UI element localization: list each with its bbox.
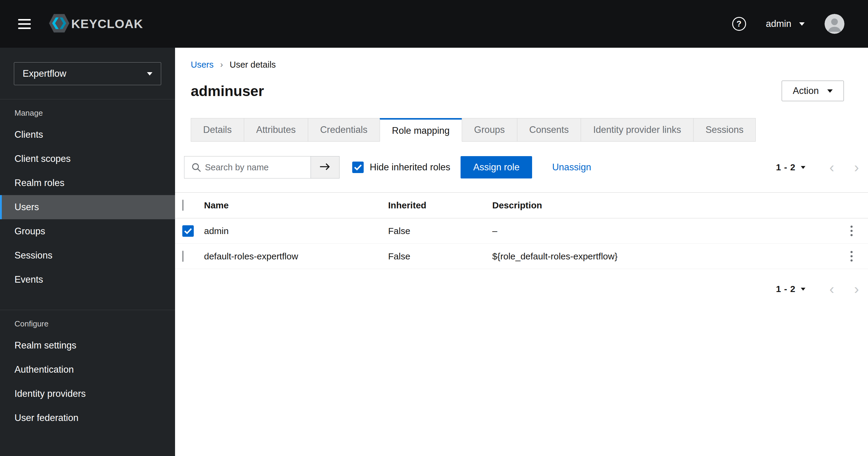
cell-inherited: False bbox=[388, 251, 492, 261]
column-header-inherited: Inherited bbox=[388, 200, 492, 210]
kebab-menu-icon[interactable] bbox=[845, 226, 858, 236]
hamburger-menu-icon[interactable] bbox=[18, 19, 31, 29]
chevron-down-icon bbox=[801, 287, 805, 290]
sidebar-item-users[interactable]: Users bbox=[0, 195, 175, 219]
tab-bar: Details Attributes Credentials Role mapp… bbox=[191, 118, 868, 142]
role-mapping-toolbar: Hide inherited roles Assign role Unassig… bbox=[184, 156, 859, 178]
breadcrumb-users-link[interactable]: Users bbox=[191, 60, 214, 70]
pagination-next-button[interactable]: › bbox=[854, 160, 859, 175]
sidebar-item-realm-settings[interactable]: Realm settings bbox=[0, 333, 175, 358]
arrow-right-icon bbox=[319, 162, 331, 172]
column-header-name: Name bbox=[204, 200, 388, 210]
pagination-dropdown[interactable]: 1 - 2 bbox=[776, 284, 806, 294]
tab-identity-provider-links[interactable]: Identity provider links bbox=[581, 118, 693, 142]
cell-name: admin bbox=[204, 226, 388, 236]
assign-role-button[interactable]: Assign role bbox=[461, 156, 532, 178]
sidebar-item-clients[interactable]: Clients bbox=[0, 123, 175, 147]
sidebar-item-groups[interactable]: Groups bbox=[0, 219, 175, 244]
tab-sessions[interactable]: Sessions bbox=[693, 118, 756, 142]
chevron-down-icon bbox=[147, 72, 152, 76]
table-header-row: Name Inherited Description bbox=[175, 192, 868, 218]
breadcrumb-current: User details bbox=[230, 60, 276, 70]
manage-section-label: Manage bbox=[0, 99, 175, 123]
pagination-next-button[interactable]: › bbox=[854, 282, 859, 296]
top-pagination: 1 - 2 ‹ › bbox=[776, 160, 859, 175]
configure-section-label: Configure bbox=[0, 310, 175, 333]
tab-details[interactable]: Details bbox=[191, 118, 244, 142]
chevron-down-icon bbox=[799, 22, 805, 26]
pagination-prev-button[interactable]: ‹ bbox=[829, 160, 834, 175]
keycloak-logo: KEYCLOAK bbox=[48, 13, 143, 34]
hide-inherited-label: Hide inherited roles bbox=[370, 162, 450, 173]
tab-attributes[interactable]: Attributes bbox=[244, 118, 308, 142]
cell-description: ${role_default-roles-expertflow} bbox=[492, 251, 835, 261]
select-all-checkbox[interactable] bbox=[182, 200, 184, 211]
chevron-down-icon bbox=[827, 89, 833, 93]
sidebar-item-user-federation[interactable]: User federation bbox=[0, 406, 175, 430]
avatar[interactable] bbox=[825, 14, 844, 34]
cell-description: – bbox=[492, 226, 835, 236]
keycloak-admin-console: KEYCLOAK ? admin Expertflow bbox=[0, 0, 868, 456]
table-row: admin False – bbox=[175, 218, 868, 244]
pagination-dropdown[interactable]: 1 - 2 bbox=[776, 162, 806, 172]
page-title: adminuser bbox=[191, 83, 264, 99]
sidebar-item-identity-providers[interactable]: Identity providers bbox=[0, 382, 175, 406]
masthead: KEYCLOAK ? admin bbox=[0, 0, 868, 48]
hide-inherited-checkbox[interactable] bbox=[352, 162, 364, 173]
search-icon bbox=[191, 163, 201, 174]
row-checkbox[interactable] bbox=[182, 251, 184, 262]
cell-inherited: False bbox=[388, 226, 492, 236]
pagination-prev-button[interactable]: ‹ bbox=[829, 282, 834, 296]
row-checkbox[interactable] bbox=[182, 225, 194, 237]
cell-name: default-roles-expertflow bbox=[204, 251, 388, 261]
realm-name: Expertflow bbox=[23, 68, 66, 79]
brand-title: KEYCLOAK bbox=[71, 17, 143, 31]
sidebar-item-client-scopes[interactable]: Client scopes bbox=[0, 147, 175, 171]
bottom-pagination: 1 - 2 ‹ › bbox=[776, 282, 859, 296]
sidebar-item-authentication[interactable]: Authentication bbox=[0, 358, 175, 382]
sidebar-item-sessions[interactable]: Sessions bbox=[0, 244, 175, 267]
chevron-right-icon: › bbox=[220, 60, 223, 69]
breadcrumb: Users › User details bbox=[175, 60, 868, 70]
tab-consents[interactable]: Consents bbox=[517, 118, 581, 142]
table-row: default-roles-expertflow False ${role_de… bbox=[175, 244, 868, 269]
main-content: Users › User details adminuser Action De… bbox=[175, 48, 868, 456]
chevron-down-icon bbox=[801, 166, 805, 169]
username-label: admin bbox=[766, 19, 791, 29]
unassign-link[interactable]: Unassign bbox=[552, 162, 591, 173]
kebab-menu-icon[interactable] bbox=[845, 251, 858, 261]
tab-groups[interactable]: Groups bbox=[462, 118, 517, 142]
tab-role-mapping[interactable]: Role mapping bbox=[380, 118, 462, 142]
user-menu-dropdown[interactable]: admin bbox=[766, 19, 805, 29]
column-header-description: Description bbox=[492, 200, 835, 210]
search-input[interactable] bbox=[184, 156, 311, 178]
realm-selector[interactable]: Expertflow bbox=[14, 62, 161, 85]
role-mapping-table: Name Inherited Description admin False – bbox=[175, 192, 868, 269]
sidebar: Expertflow Manage Clients Client scopes … bbox=[0, 48, 175, 456]
search-submit-button[interactable] bbox=[311, 156, 340, 178]
help-icon[interactable]: ? bbox=[732, 17, 746, 31]
tab-credentials[interactable]: Credentials bbox=[308, 118, 380, 142]
action-dropdown-button[interactable]: Action bbox=[782, 81, 844, 101]
sidebar-item-events[interactable]: Events bbox=[0, 267, 175, 292]
sidebar-item-realm-roles[interactable]: Realm roles bbox=[0, 171, 175, 195]
keycloak-logo-icon bbox=[48, 13, 70, 34]
